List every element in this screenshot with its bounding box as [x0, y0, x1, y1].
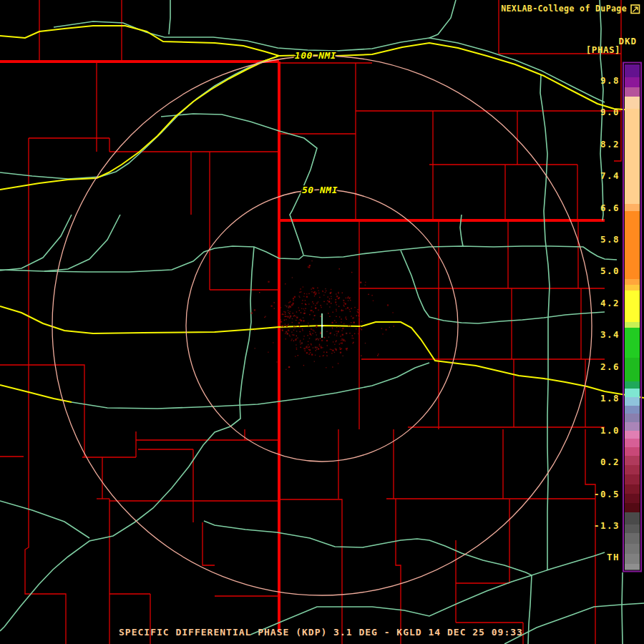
svg-text:7.4: 7.4 [600, 170, 620, 181]
radar-map-canvas: 50 NMI100 NMI9.89.08.27.46.65.85.04.23.4… [0, 0, 644, 644]
page-title: NEXLAB-College of DuPage [501, 5, 627, 14]
range-ring-labels: 50 NMI100 NMI [295, 50, 338, 195]
status-bar-text: SPECIFIC DIFFERENTIAL PHASE (KDP) 3.1 DE… [119, 628, 523, 637]
product-code-label: DKD [618, 37, 637, 47]
svg-text:2.6: 2.6 [600, 361, 620, 372]
svg-text:3.4: 3.4 [600, 329, 620, 340]
radar-site-marker [321, 313, 323, 338]
svg-text:5.0: 5.0 [600, 265, 620, 276]
svg-text:9.8: 9.8 [600, 75, 620, 86]
svg-text:9.0: 9.0 [600, 107, 620, 117]
colorbar [623, 63, 641, 572]
svg-text:-1.3: -1.3 [594, 520, 620, 531]
svg-text:TH: TH [607, 552, 620, 562]
svg-text:6.6: 6.6 [600, 203, 620, 213]
colorbar-scale-labels: 9.89.08.27.46.65.85.04.23.42.61.81.00.2-… [594, 75, 620, 562]
svg-text:100 NMI: 100 NMI [295, 50, 336, 61]
svg-text:0.2: 0.2 [600, 457, 620, 467]
county-borders [0, 0, 621, 644]
svg-text:-0.5: -0.5 [594, 489, 620, 499]
svg-text:4.2: 4.2 [600, 298, 620, 308]
svg-text:50 NMI: 50 NMI [302, 185, 338, 195]
product-tag-label: [PHAS] [586, 46, 620, 55]
svg-text:1.0: 1.0 [600, 425, 620, 436]
radar-display: 50 NMI100 NMI9.89.08.27.46.65.85.04.23.4… [0, 0, 644, 644]
cod-logo-icon [630, 4, 640, 14]
svg-text:8.2: 8.2 [600, 139, 620, 150]
state-borders [0, 62, 605, 632]
svg-text:1.8: 1.8 [600, 393, 620, 404]
svg-text:5.8: 5.8 [600, 234, 620, 245]
